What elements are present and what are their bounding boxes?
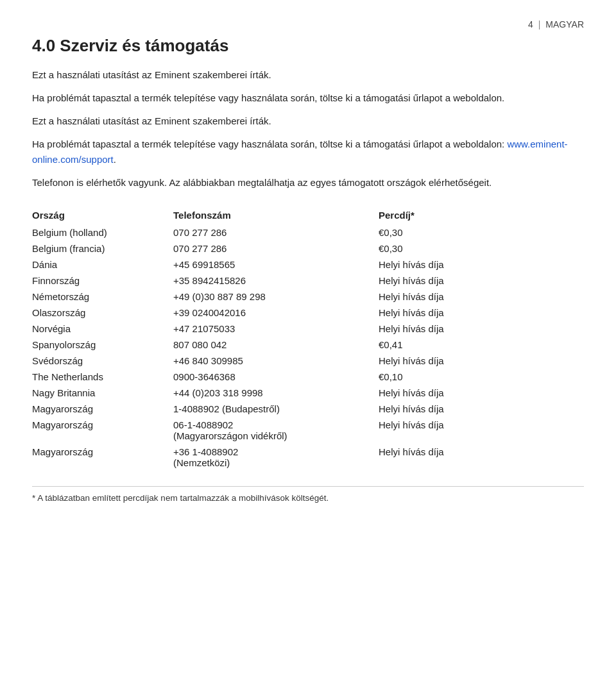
- table-cell-12-0: Magyarország: [32, 417, 173, 444]
- table-cell-6-2: Helyi hívás díja: [379, 321, 584, 337]
- table-cell-5-2: Helyi hívás díja: [379, 305, 584, 321]
- table-cell-10-2: Helyi hívás díja: [379, 385, 584, 401]
- page-language: MAGYAR: [545, 19, 584, 29]
- table-cell-3-2: Helyi hívás díja: [379, 273, 584, 289]
- table-row: Dánia+45 69918565Helyi hívás díja: [32, 257, 584, 273]
- table-cell-0-1: 070 277 286: [173, 224, 379, 240]
- table-cell-4-2: Helyi hívás díja: [379, 289, 584, 305]
- table-cell-7-0: Spanyolország: [32, 337, 173, 353]
- table-cell-5-1: +39 0240042016: [173, 305, 379, 321]
- table-cell-10-0: Nagy Britannia: [32, 385, 173, 401]
- table-cell-12-1: 06-1-4088902(Magyarországon vidékről): [173, 417, 379, 444]
- table-header-row: Ország Telefonszám Percdíj*: [32, 206, 584, 224]
- col-header-rate: Percdíj*: [379, 206, 584, 224]
- table-cell-0-2: €0,30: [379, 224, 584, 240]
- table-cell-2-1: +45 69918565: [173, 257, 379, 273]
- table-row: Magyarország1-4088902 (Budapestről)Helyi…: [32, 401, 584, 417]
- table-row: Olaszország+39 0240042016Helyi hívás díj…: [32, 305, 584, 321]
- table-cell-6-1: +47 21075033: [173, 321, 379, 337]
- table-cell-11-0: Magyarország: [32, 401, 173, 417]
- table-row: Norvégia+47 21075033Helyi hívás díja: [32, 321, 584, 337]
- intro-paragraph-1: Ezt a használati utasítást az Eminent sz…: [32, 67, 584, 83]
- table-cell-5-0: Olaszország: [32, 305, 173, 321]
- table-cell-3-0: Finnország: [32, 273, 173, 289]
- page-number: 4 | MAGYAR: [528, 19, 584, 29]
- table-row: Nagy Britannia+44 (0)203 318 9998Helyi h…: [32, 385, 584, 401]
- intro-paragraph-3: Ezt a használati utasítást az Eminent sz…: [32, 114, 584, 129]
- table-row: Belgium (holland)070 277 286€0,30: [32, 224, 584, 240]
- table-row: Magyarország+36 1-4088902(Nemzetközi)Hel…: [32, 444, 584, 471]
- table-cell-11-2: Helyi hívás díja: [379, 401, 584, 417]
- table-cell-9-2: €0,10: [379, 369, 584, 385]
- table-row: Belgium (francia)070 277 286€0,30: [32, 240, 584, 257]
- intro-paragraph-4: Ha problémát tapasztal a termék telepíté…: [32, 137, 584, 167]
- table-cell-13-1: +36 1-4088902(Nemzetközi): [173, 444, 379, 471]
- table-cell-1-0: Belgium (francia): [32, 240, 173, 257]
- page-title: 4.0 Szerviz és támogatás: [32, 36, 584, 56]
- table-row: Svédország+46 840 309985Helyi hívás díja: [32, 353, 584, 369]
- page-header: 4 | MAGYAR: [32, 19, 584, 29]
- table-cell-9-0: The Netherlands: [32, 369, 173, 385]
- footnote: * A táblázatban említett percdíjak nem t…: [32, 486, 584, 503]
- intro-paragraph-2: Ha problémát tapasztal a termék telepíté…: [32, 90, 584, 106]
- table-cell-9-1: 0900-3646368: [173, 369, 379, 385]
- table-cell-12-2: Helyi hívás díja: [379, 417, 584, 444]
- table-row: Spanyolország807 080 042€0,41: [32, 337, 584, 353]
- table-cell-8-0: Svédország: [32, 353, 173, 369]
- support-table: Ország Telefonszám Percdíj* Belgium (hol…: [32, 206, 584, 471]
- table-cell-8-1: +46 840 309985: [173, 353, 379, 369]
- table-cell-4-1: +49 (0)30 887 89 298: [173, 289, 379, 305]
- col-header-phone: Telefonszám: [173, 206, 379, 224]
- table-row: Finnország+35 8942415826Helyi hívás díja: [32, 273, 584, 289]
- table-cell-13-2: Helyi hívás díja: [379, 444, 584, 471]
- table-cell-2-0: Dánia: [32, 257, 173, 273]
- table-cell-1-2: €0,30: [379, 240, 584, 257]
- table-cell-7-1: 807 080 042: [173, 337, 379, 353]
- page-divider: |: [538, 19, 541, 29]
- table-cell-1-1: 070 277 286: [173, 240, 379, 257]
- table-cell-13-0: Magyarország: [32, 444, 173, 471]
- table-cell-11-1: 1-4088902 (Budapestről): [173, 401, 379, 417]
- table-cell-0-0: Belgium (holland): [32, 224, 173, 240]
- table-cell-10-1: +44 (0)203 318 9998: [173, 385, 379, 401]
- table-row: Németország+49 (0)30 887 89 298Helyi hív…: [32, 289, 584, 305]
- table-cell-4-0: Németország: [32, 289, 173, 305]
- col-header-country: Ország: [32, 206, 173, 224]
- table-cell-2-2: Helyi hívás díja: [379, 257, 584, 273]
- table-row: Magyarország06-1-4088902(Magyarországon …: [32, 417, 584, 444]
- phone-paragraph: Telefonon is elérhetők vagyunk. Az alább…: [32, 175, 584, 190]
- table-cell-3-1: +35 8942415826: [173, 273, 379, 289]
- table-cell-6-0: Norvégia: [32, 321, 173, 337]
- table-cell-8-2: Helyi hívás díja: [379, 353, 584, 369]
- table-cell-7-2: €0,41: [379, 337, 584, 353]
- table-row: The Netherlands0900-3646368€0,10: [32, 369, 584, 385]
- page-num: 4: [528, 19, 533, 29]
